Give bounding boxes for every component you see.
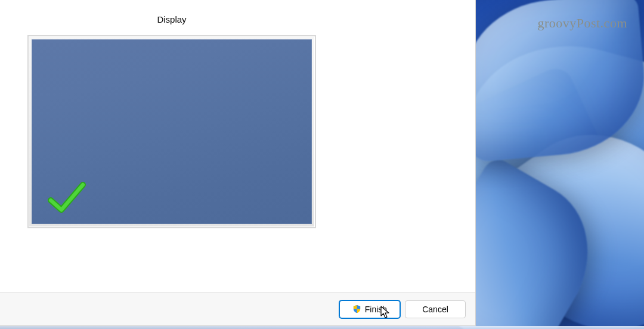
display-preview-frame <box>27 35 316 228</box>
dialog-content: Display <box>0 0 475 292</box>
uac-shield-icon <box>352 305 361 314</box>
cancel-button-label: Cancel <box>422 305 448 314</box>
calibration-dialog: Display <box>0 0 476 326</box>
cancel-button[interactable]: Cancel <box>405 300 466 318</box>
success-check-icon <box>47 180 88 216</box>
taskbar-edge <box>0 326 644 329</box>
watermark-text: groovyPost.com <box>537 15 627 31</box>
dialog-button-bar: Finish Cancel <box>0 292 475 325</box>
finish-button-label: Finish <box>365 305 387 314</box>
section-title: Display <box>27 14 316 24</box>
finish-button[interactable]: Finish <box>339 300 400 318</box>
display-preview-screen <box>32 39 312 224</box>
